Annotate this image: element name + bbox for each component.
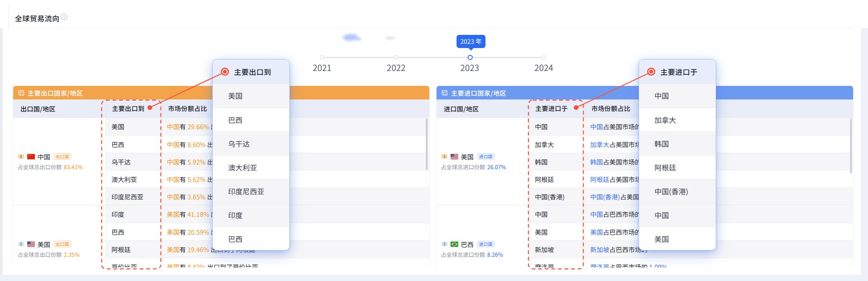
market-share-country[interactable]: 中国(香港) (590, 192, 620, 201)
market-share-cell: 加拿大占美国市场的 (585, 136, 853, 153)
popup-list-item[interactable]: 巴西 (213, 227, 289, 250)
target-ring-icon (647, 68, 655, 76)
market-share-country[interactable]: 中国 (590, 122, 603, 131)
market-share-text: 占巴西市场的 (603, 210, 641, 219)
country-role-tag: 出口国 (54, 241, 71, 247)
partner-name[interactable]: 哥伦比亚 (111, 262, 137, 268)
popup-list-item[interactable]: 乌干达 (213, 131, 289, 155)
popup-title: 主要出口到 (234, 66, 271, 77)
column-header[interactable]: 市场份额占比 (162, 99, 429, 117)
rank-badge-icon: 1 (17, 154, 25, 159)
partner-name[interactable]: 巴西 (111, 140, 124, 149)
market-share-country[interactable]: 中国 (167, 175, 180, 184)
panel-edge-line (9, 5, 9, 28)
market-share-cell: 中国占巴西市场的 (585, 205, 853, 223)
timeline-dot-2024[interactable] (542, 55, 546, 60)
partner-cell: 新加坡 (529, 241, 585, 258)
timeline-track[interactable] (322, 57, 544, 58)
market-share-pct: 1.09% (649, 262, 667, 268)
column-header[interactable]: 主要进口于 (529, 99, 585, 117)
popup-list-item[interactable]: 巴西 (213, 108, 289, 131)
partner-name[interactable]: 巴西 (111, 227, 124, 236)
market-share-country[interactable]: 中国 (167, 157, 180, 166)
country-cell[interactable]: 2 巴西 进口国 占全球总进口份额 8.26% (437, 205, 529, 267)
market-share-country[interactable]: 中国 (167, 140, 180, 149)
rank-badge-icon: 2 (17, 241, 25, 247)
market-share-pct: 5.62% (187, 175, 206, 184)
popup-list-item[interactable]: 印度尼西亚 (213, 179, 289, 203)
column-header[interactable]: 出口国/地区 (13, 104, 106, 113)
popup-item-label: 澳大利亚 (228, 162, 257, 173)
partner-name[interactable]: 中国 (535, 210, 548, 219)
market-share-country[interactable]: 中国 (167, 122, 180, 131)
partner-name[interactable]: 美国 (535, 227, 548, 236)
partner-name[interactable]: 印度尼西亚 (111, 192, 143, 201)
popup-list-item[interactable]: 美国 (213, 84, 289, 108)
market-share-country[interactable]: 美国 (167, 262, 180, 268)
popup-list-item[interactable]: 加拿大 (639, 108, 716, 131)
popup-list-item[interactable]: 中国 (639, 84, 716, 108)
market-share-country[interactable]: 中国 (590, 210, 603, 219)
partner-name[interactable]: 乌干达 (111, 157, 131, 166)
partner-name[interactable]: 澳大利亚 (111, 175, 137, 184)
country-role-tag: 进口国 (477, 241, 495, 247)
timeline-year-label[interactable]: 2023 (453, 61, 487, 74)
popup-list-item[interactable]: 中国(香港) (639, 179, 716, 203)
timeline-dot-2022[interactable] (394, 55, 398, 60)
market-share-text: 有 (180, 210, 187, 219)
global-share-label: 占全球总进口份额 (441, 163, 485, 171)
partner-name[interactable]: 印度 (111, 210, 124, 219)
ghost-smudge (385, 37, 395, 40)
country-cell[interactable]: 1 美国 进口国 占全球总进口份额 26.07% (437, 118, 529, 205)
country-cell[interactable]: 2 美国 出口国 占全球总出口份额 2.35% (13, 205, 106, 267)
popup-list-item[interactable]: 韩国 (639, 131, 716, 155)
market-share-cell: 中国有 5.62% 出口到了澳大利亚 (162, 170, 429, 187)
market-share-country[interactable]: 阿根廷 (590, 175, 609, 184)
market-share-cell: 韩国占美国市场的 (585, 153, 853, 170)
partner-name[interactable]: 新加坡 (535, 245, 554, 254)
scrollbar-thumb[interactable] (426, 119, 428, 170)
popup-item-label: 印度尼西亚 (228, 186, 264, 196)
partner-cell: 韩国 (529, 153, 585, 170)
market-share-country[interactable]: 美国 (167, 210, 180, 219)
popup-list-item[interactable]: 印度 (213, 203, 289, 227)
popup-list-item[interactable]: 美国 (639, 227, 716, 250)
timeline-dot-2021[interactable] (320, 55, 324, 60)
partner-name[interactable]: 中国(香港) (535, 192, 565, 201)
country-cell[interactable]: 1 中国 出口国 占全球总出口份额 83.41% (13, 118, 106, 205)
market-share-country[interactable]: 加拿大 (590, 140, 609, 149)
popup-list-item[interactable]: 阿根廷 (639, 155, 716, 179)
rank-number: 2 (20, 241, 22, 246)
market-share-country[interactable]: 摩洛哥 (590, 262, 609, 268)
section-footer-strip (0, 275, 868, 281)
table-row[interactable]: 哥伦比亚 美国有 8.82% 出口到了哥伦比亚 (106, 258, 429, 267)
timeline-dot-2023-active[interactable] (468, 55, 473, 60)
timeline-year-label[interactable]: 2021 (305, 61, 339, 74)
partner-name[interactable]: 韩国 (535, 157, 548, 166)
partner-name[interactable]: 阿根廷 (535, 175, 554, 184)
market-share-country[interactable]: 美国 (167, 227, 180, 236)
market-share-country[interactable]: 韩国 (590, 157, 603, 166)
partner-name[interactable]: 摩洛哥 (535, 262, 554, 268)
market-share-country[interactable]: 美国 (590, 227, 603, 236)
popup-list-item[interactable]: 澳大利亚 (213, 155, 289, 179)
market-share-country[interactable]: 中国 (167, 192, 180, 201)
info-icon[interactable]: ! (61, 14, 67, 20)
timeline-year-label[interactable]: 2024 (527, 61, 561, 74)
partner-name[interactable]: 美国 (111, 122, 124, 131)
table-row[interactable]: 摩洛哥 摩洛哥占巴西市场的 1.09% (529, 258, 853, 267)
market-share-country[interactable]: 新加坡 (590, 245, 609, 254)
market-share-cell: 新加坡占巴西市场的 (585, 241, 853, 258)
partner-name[interactable]: 中国 (535, 122, 548, 131)
column-header[interactable]: 市场份额占比 (585, 99, 853, 117)
partner-name[interactable]: 加拿大 (535, 140, 554, 149)
ghost-smudge (343, 34, 357, 41)
timeline-year-label[interactable]: 2022 (379, 61, 413, 74)
partner-name[interactable]: 阿根廷 (111, 245, 131, 254)
column-header[interactable]: 主要出口到 (106, 99, 162, 117)
popup-list-item[interactable]: 中国 (639, 203, 716, 227)
flag-china (27, 154, 35, 159)
column-header[interactable]: 进口国/地区 (437, 104, 529, 113)
market-share-country[interactable]: 美国 (167, 245, 180, 254)
scrollbar-thumb[interactable] (850, 119, 852, 173)
